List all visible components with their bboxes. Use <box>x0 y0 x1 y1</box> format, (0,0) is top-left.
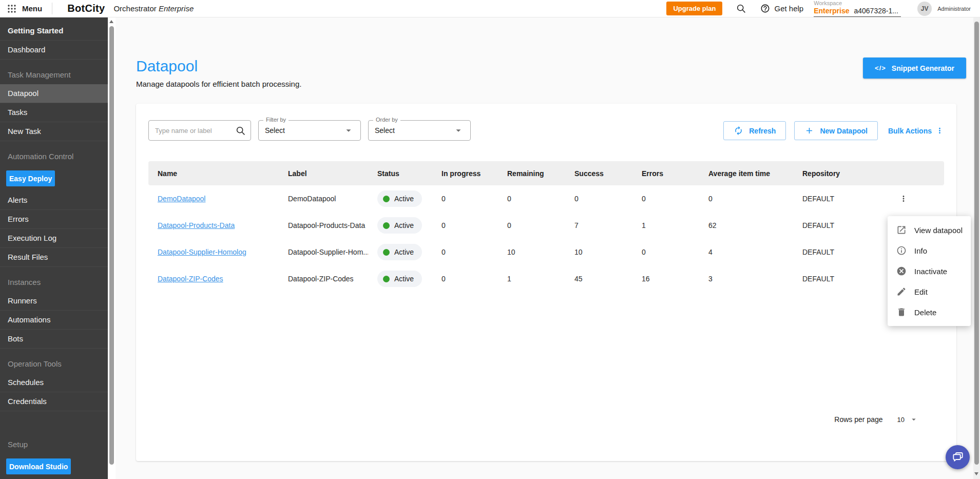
sidebar-item-runners[interactable]: Runners <box>0 292 108 311</box>
avatar[interactable]: JV <box>917 2 932 16</box>
menu-item-label: Info <box>914 246 927 255</box>
in-progress-cell: 0 <box>441 221 446 229</box>
edition-label: Enterprise <box>159 4 194 13</box>
workspace-selector[interactable]: Workspace Enterprise a4067328-1... <box>814 0 901 17</box>
sidebar-item-execution-log[interactable]: Execution Log <box>0 229 108 248</box>
repository-cell: DEFAULT <box>802 248 834 256</box>
open-in-new-icon <box>896 225 907 235</box>
average-item-time-cell: 3 <box>708 275 713 283</box>
new-datapool-button[interactable]: New Datapool <box>794 121 878 140</box>
remaining-cell: 0 <box>507 221 511 229</box>
scrollbar-thumb[interactable] <box>109 26 114 465</box>
status-dot-icon <box>383 222 390 229</box>
status-badge: Active <box>377 190 422 207</box>
toolbar-actions: Refresh New Datapool Bulk Actions <box>723 120 944 140</box>
datapool-link[interactable]: Datapool-Products-Data <box>158 221 235 229</box>
search-field[interactable] <box>148 120 251 141</box>
sidebar-item-errors[interactable]: Errors <box>0 210 108 229</box>
row-context-menu: View datapoolInfoInactivateEditDelete <box>888 216 971 326</box>
rows-per-page-value: 10 <box>897 416 905 424</box>
chat-fab-button[interactable] <box>946 445 970 469</box>
chevron-down-icon <box>909 415 918 424</box>
filter-by-value: Select <box>265 126 343 135</box>
get-help-button[interactable]: Get help <box>760 4 803 13</box>
order-by-label: Order by <box>373 117 400 123</box>
sidebar-item-result-files[interactable]: Result Files <box>0 248 108 267</box>
datapool-link[interactable]: Datapool-ZIP-Codes <box>158 275 223 283</box>
workspace-plan: Enterprise <box>814 7 849 15</box>
average-item-time-cell: 62 <box>708 221 717 229</box>
datapool-link[interactable]: DemoDatapool <box>158 195 205 203</box>
menu-item-edit[interactable]: Edit <box>888 281 971 302</box>
search-icon[interactable] <box>235 125 246 136</box>
sidebar-button-easy-deploy[interactable]: Easy Deploy <box>6 170 55 186</box>
success-cell: 0 <box>574 195 579 203</box>
sidebar-item-bots[interactable]: Bots <box>0 330 108 349</box>
sidebar-item-new-task[interactable]: New Task <box>0 122 108 141</box>
refresh-label: Refresh <box>749 127 776 135</box>
menu-item-label: Inactivate <box>914 267 947 276</box>
datapool-link[interactable]: Datapool-Supplier-Homolog <box>158 248 246 256</box>
apps-grid-icon[interactable] <box>7 4 16 13</box>
chevron-down-icon <box>343 125 354 136</box>
errors-cell: 16 <box>642 275 650 283</box>
search-icon[interactable] <box>736 3 746 14</box>
sidebar-item-credentials[interactable]: Credentials <box>0 392 108 411</box>
average-item-time-cell: 0 <box>708 195 713 203</box>
repository-cell: DEFAULT <box>802 195 834 203</box>
snippet-generator-button[interactable]: </> Snippet Generator <box>863 58 966 79</box>
upgrade-plan-button[interactable]: Upgrade plan <box>666 2 722 15</box>
bulk-actions-button[interactable]: Bulk Actions <box>888 126 944 135</box>
refresh-icon <box>734 126 743 136</box>
repository-cell: DEFAULT <box>802 221 834 229</box>
product-name: Orchestrator Enterprise <box>113 4 194 13</box>
column-header-label: Label <box>279 161 368 185</box>
table-row: Datapool-ZIP-CodesDatapool-ZIP-CodesActi… <box>148 265 944 292</box>
order-by-select[interactable]: Order by Select <box>368 120 471 141</box>
menu-item-delete[interactable]: Delete <box>888 302 971 322</box>
row-actions-button[interactable] <box>898 192 909 205</box>
sidebar-item-dashboard[interactable]: Dashboard <box>0 41 108 60</box>
sidebar-item-alerts[interactable]: Alerts <box>0 191 108 210</box>
sidebar-button-download-studio[interactable]: Download Studio <box>6 458 71 474</box>
sidebar: Getting StartedDashboardTask ManagementD… <box>0 17 108 479</box>
sidebar-item-getting-started[interactable]: Getting Started <box>0 22 108 41</box>
rows-per-page-label: Rows per page <box>834 415 882 424</box>
menu-item-inactivate[interactable]: Inactivate <box>888 261 971 281</box>
kebab-icon <box>935 126 944 135</box>
sidebar-scrollbar[interactable] <box>108 17 116 479</box>
scroll-down-arrow-icon[interactable] <box>974 472 978 475</box>
errors-cell: 0 <box>642 195 646 203</box>
sidebar-section-automation-control: Automation Control <box>0 141 108 166</box>
scroll-up-arrow-icon[interactable] <box>109 20 113 23</box>
sidebar-item-datapool[interactable]: Datapool <box>0 84 108 103</box>
code-icon: </> <box>875 64 886 72</box>
table-row: Datapool-Supplier-HomologDatapool-Suppli… <box>148 239 944 265</box>
menu-item-view-datapool[interactable]: View datapool <box>888 220 971 240</box>
status-dot-icon <box>383 276 390 282</box>
errors-cell: 0 <box>642 248 646 256</box>
sidebar-item-automations[interactable]: Automations <box>0 311 108 330</box>
label-cell: Datapool-Supplier-Hom... <box>288 248 368 256</box>
rows-per-page-select[interactable]: 10 <box>897 415 918 424</box>
status-text: Active <box>394 195 414 203</box>
sidebar-item-tasks[interactable]: Tasks <box>0 103 108 122</box>
average-item-time-cell: 4 <box>708 248 713 256</box>
table-toolbar: Filter by Select Order by Select Ref <box>148 120 944 141</box>
errors-cell: 1 <box>642 221 646 229</box>
table-footer: Rows per page 10 <box>834 415 918 424</box>
scrollbar-thumb[interactable] <box>974 22 979 465</box>
refresh-button[interactable]: Refresh <box>723 121 786 140</box>
menu-button[interactable]: Menu <box>22 4 42 13</box>
delete-icon <box>896 307 907 317</box>
filter-by-select[interactable]: Filter by Select <box>258 120 361 141</box>
sidebar-section-instances: Instances <box>0 267 108 292</box>
column-header-average-item-time: Average item time <box>699 161 793 185</box>
in-progress-cell: 0 <box>441 275 446 283</box>
page-scrollbar[interactable] <box>973 17 980 479</box>
menu-item-info[interactable]: Info <box>888 240 971 261</box>
status-text: Active <box>394 275 414 283</box>
main-content: Datapool Manage datapools for efficient … <box>116 17 973 479</box>
snippet-generator-label: Snippet Generator <box>892 64 954 72</box>
sidebar-item-schedules[interactable]: Schedules <box>0 373 108 392</box>
